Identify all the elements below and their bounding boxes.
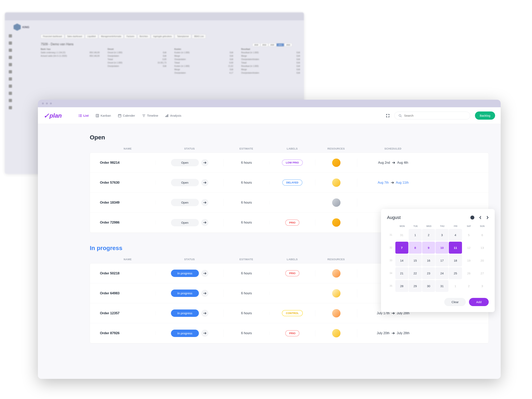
- calendar-day[interactable]: 3: [436, 229, 448, 241]
- calendar-day[interactable]: 12: [462, 242, 475, 254]
- calendar-day[interactable]: 24: [436, 267, 448, 279]
- calendar-day[interactable]: 6: [476, 229, 489, 241]
- label-badge: PRIO: [285, 330, 300, 337]
- calendar-day[interactable]: 22: [409, 267, 422, 279]
- week-number: 32: [387, 246, 395, 249]
- status-pill[interactable]: In progress: [171, 270, 199, 277]
- calendar-add-button[interactable]: Add: [469, 298, 489, 306]
- calendar-day[interactable]: 30: [422, 280, 435, 292]
- search-box[interactable]: [394, 112, 470, 119]
- calendar-day[interactable]: 25: [449, 267, 462, 279]
- status-pill[interactable]: Open: [171, 179, 199, 186]
- calendar-day[interactable]: 14: [395, 255, 408, 266]
- estimate-value: 6 hours: [224, 161, 270, 164]
- calendar-day[interactable]: 17: [436, 255, 448, 266]
- calendar-day[interactable]: 15: [409, 255, 422, 266]
- tab-timeline[interactable]: Timeline: [142, 114, 158, 117]
- avatar[interactable]: [332, 269, 341, 278]
- status-advance-button[interactable]: [201, 219, 209, 226]
- status-advance-button[interactable]: [201, 330, 209, 337]
- calendar-day[interactable]: 4: [449, 229, 462, 241]
- calendar-day[interactable]: 3: [476, 280, 489, 292]
- calendar-day[interactable]: 26: [462, 267, 475, 279]
- order-name: Order 12357: [90, 311, 156, 315]
- avatar[interactable]: [332, 309, 341, 318]
- calendar-day[interactable]: 2: [462, 280, 475, 292]
- svg-rect-0: [79, 114, 79, 115]
- table-row[interactable]: Order 87926In progress6 hoursPRIOJuly 20…: [90, 323, 488, 343]
- calendar-day[interactable]: 1: [449, 280, 462, 292]
- vplan-logo: ✓plan: [44, 112, 62, 120]
- arrow-right-icon: [392, 332, 395, 334]
- clock-icon[interactable]: [470, 216, 474, 219]
- calendar-day[interactable]: 28: [395, 280, 408, 292]
- calendar-day[interactable]: 23: [422, 267, 435, 279]
- status-pill[interactable]: In progress: [171, 290, 199, 297]
- analysis-icon: [165, 114, 169, 117]
- status-advance-button[interactable]: [201, 270, 209, 277]
- calendar-day[interactable]: 16: [422, 255, 435, 266]
- tab-analysis[interactable]: Analysis: [165, 114, 181, 117]
- status-advance-button[interactable]: [201, 310, 209, 317]
- calendar-day[interactable]: 13: [476, 242, 489, 254]
- scheduled-dates[interactable]: Aug 2ndAug 4th: [357, 161, 429, 164]
- calendar-day[interactable]: 5: [462, 229, 475, 241]
- calendar-day[interactable]: 1: [409, 229, 422, 241]
- status-pill[interactable]: In progress: [171, 330, 199, 337]
- calendar-day[interactable]: 21: [395, 267, 408, 279]
- avatar[interactable]: [332, 329, 341, 337]
- calendar-day[interactable]: 20: [476, 255, 489, 266]
- avatar[interactable]: [332, 289, 341, 298]
- calendar-day[interactable]: 27: [476, 267, 489, 279]
- avatar[interactable]: [332, 218, 341, 227]
- status-pill[interactable]: Open: [171, 159, 199, 166]
- status-pill[interactable]: In progress: [171, 310, 199, 317]
- tab-kanban[interactable]: Kanban: [96, 114, 111, 117]
- tab-list[interactable]: List: [79, 114, 89, 117]
- scheduled-dates[interactable]: Aug 7thAug 11th: [357, 181, 429, 184]
- estimate-value: 6 hours: [224, 272, 270, 275]
- estimate-value: 6 hours: [224, 181, 270, 184]
- arrow-right-icon: [391, 181, 394, 184]
- calendar-day-name: SAT: [462, 225, 475, 227]
- table-row[interactable]: Order 98214Open6 hoursLOW PRIOAug 2ndAug…: [90, 153, 488, 173]
- calendar-day[interactable]: 29: [409, 280, 422, 292]
- calendar-day[interactable]: 31: [395, 229, 408, 241]
- status-advance-button[interactable]: [201, 179, 209, 186]
- calendar-day[interactable]: 7: [395, 242, 408, 254]
- status-advance-button[interactable]: [201, 159, 209, 166]
- topbar: ✓plan List Kanban Calender: [38, 107, 501, 124]
- calendar-day-name: THU: [436, 225, 449, 227]
- avatar[interactable]: [332, 159, 341, 167]
- column-header-resources: RESOURCES: [315, 258, 357, 261]
- status-pill[interactable]: Open: [171, 199, 199, 206]
- prev-month-button[interactable]: [479, 216, 481, 219]
- calendar-day[interactable]: 18: [449, 255, 462, 266]
- calendar-day[interactable]: 31: [436, 280, 448, 292]
- status-pill[interactable]: Open: [171, 219, 199, 226]
- status-advance-button[interactable]: [201, 199, 209, 206]
- calendar-day-name: MON: [396, 225, 409, 227]
- scheduled-dates[interactable]: July 20thJuly 28th: [357, 331, 429, 335]
- table-row[interactable]: Order 57630Open6 hoursDELAYEDAug 7thAug …: [90, 173, 488, 193]
- calendar-day[interactable]: 19: [462, 255, 475, 266]
- calendar-day[interactable]: 10: [436, 242, 448, 254]
- backlog-button[interactable]: Backlog: [475, 112, 495, 120]
- timeline-icon: [142, 114, 146, 117]
- calendar-clear-button[interactable]: Clear: [444, 298, 466, 306]
- expand-icon[interactable]: [386, 114, 390, 118]
- tab-calendar[interactable]: Calender: [118, 114, 135, 117]
- calendar-day[interactable]: 8: [409, 242, 422, 254]
- avatar[interactable]: [332, 198, 341, 207]
- avatar[interactable]: [332, 178, 341, 187]
- column-header-estimate: ESTIMATE: [223, 258, 269, 261]
- status-advance-button[interactable]: [201, 290, 209, 297]
- calendar-day[interactable]: 2: [422, 229, 435, 241]
- svg-rect-6: [96, 114, 99, 117]
- search-input[interactable]: [404, 114, 466, 117]
- window-dot: [42, 102, 44, 105]
- calendar-day[interactable]: 9: [422, 242, 435, 254]
- next-month-button[interactable]: [486, 216, 489, 219]
- calendar-day[interactable]: 11: [449, 242, 462, 254]
- label-badge: LOW PRIO: [282, 160, 303, 166]
